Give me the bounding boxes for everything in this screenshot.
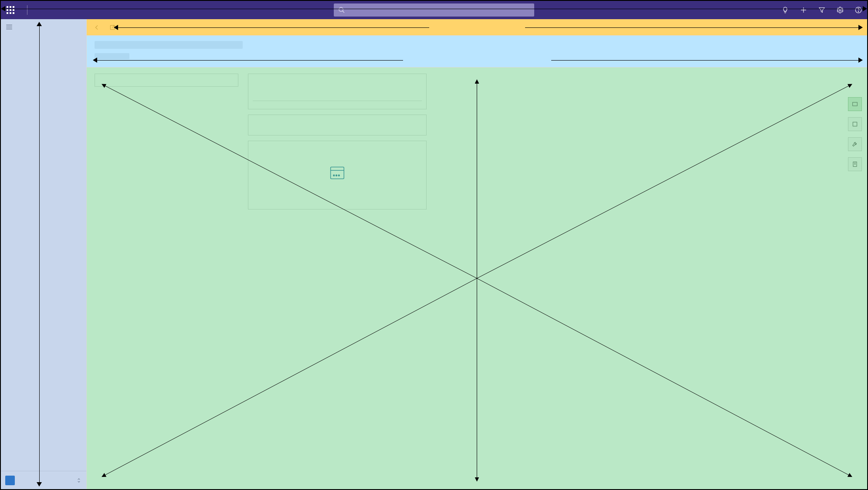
rail-notes-button[interactable]	[848, 157, 862, 171]
svg-rect-8	[13, 12, 14, 14]
svg-rect-21	[331, 167, 344, 179]
svg-point-13	[839, 9, 841, 11]
rail-assistant-button[interactable]	[848, 97, 862, 111]
lightbulb-icon[interactable]	[781, 6, 790, 14]
contacts-card	[248, 115, 427, 135]
search-input[interactable]	[349, 7, 530, 14]
open-in-new-button[interactable]	[107, 22, 118, 33]
record-title-skeleton	[95, 41, 243, 49]
svg-rect-6	[7, 12, 8, 14]
rail-panel-button[interactable]	[848, 117, 862, 131]
updown-icon	[76, 477, 82, 483]
svg-point-23	[333, 175, 335, 176]
svg-point-15	[858, 11, 858, 12]
svg-rect-4	[10, 9, 11, 11]
svg-rect-2	[13, 6, 14, 8]
record-sub-skeleton	[95, 53, 129, 59]
help-icon[interactable]	[854, 6, 863, 14]
svg-rect-27	[853, 122, 857, 126]
svg-rect-26	[853, 102, 858, 106]
sidebar-collapse-button[interactable]	[1, 19, 86, 35]
global-search[interactable]	[334, 3, 534, 17]
svg-rect-7	[10, 12, 11, 14]
rail-tools-button[interactable]	[848, 137, 862, 151]
timeline-card	[248, 141, 427, 210]
form-body	[87, 68, 867, 489]
plus-icon[interactable]	[799, 6, 808, 14]
svg-line-10	[342, 11, 344, 13]
form-header	[87, 36, 867, 68]
command-bar	[87, 19, 867, 36]
svg-rect-3	[7, 9, 8, 11]
account-information-section	[95, 74, 238, 87]
svg-rect-5	[13, 9, 14, 11]
svg-point-9	[339, 7, 343, 11]
app-launcher-icon[interactable]	[4, 4, 17, 16]
svg-point-24	[336, 175, 337, 176]
header-divider	[27, 5, 27, 15]
source-record-card	[248, 74, 427, 109]
back-button[interactable]	[91, 22, 102, 33]
site-map	[1, 19, 87, 489]
search-icon	[338, 7, 345, 14]
application-header	[1, 1, 867, 19]
area-badge	[5, 476, 15, 485]
timeline-empty-icon	[327, 163, 347, 183]
svg-line-20	[112, 25, 114, 27]
svg-point-25	[338, 175, 339, 176]
settings-icon[interactable]	[836, 6, 844, 14]
svg-rect-1	[10, 6, 11, 8]
filter-icon[interactable]	[817, 6, 826, 14]
svg-rect-0	[7, 6, 8, 8]
area-switcher[interactable]	[1, 471, 86, 489]
